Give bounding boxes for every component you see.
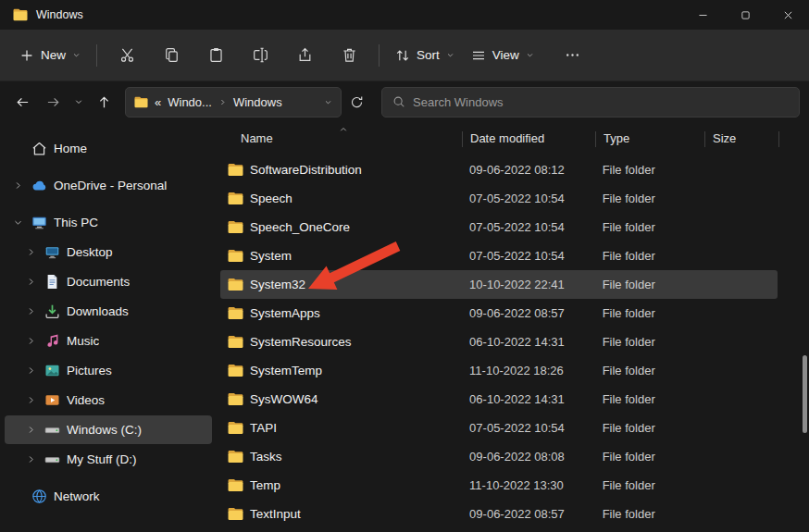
chevron-down-icon[interactable] xyxy=(13,217,23,228)
file-row-softwaredistribution[interactable]: SoftwareDistribution09-06-2022 08:12File… xyxy=(220,155,778,184)
file-row-systemapps[interactable]: SystemApps09-06-2022 08:57File folder xyxy=(220,299,778,328)
folder-icon xyxy=(228,478,243,492)
folder-icon xyxy=(228,249,243,263)
chevron-right-icon[interactable] xyxy=(26,336,36,346)
column-header-name[interactable]: Name xyxy=(220,129,463,147)
file-date-modified: 09-06-2022 08:08 xyxy=(462,450,595,464)
sidebar-item-my-stuff-d[interactable]: My Stuff (D:) xyxy=(5,445,212,474)
share-button[interactable] xyxy=(287,39,322,72)
new-button[interactable]: New xyxy=(11,41,89,70)
file-date-modified: 06-10-2022 14:31 xyxy=(462,392,595,406)
search-icon xyxy=(392,95,405,108)
file-name: Tasks xyxy=(250,450,282,464)
folder-icon xyxy=(228,507,243,521)
address-dropdown-icon[interactable] xyxy=(324,98,332,106)
file-row-systemresources[interactable]: SystemResources06-10-2022 14:31File fold… xyxy=(220,328,778,356)
recent-locations-button[interactable] xyxy=(68,87,89,117)
paste-icon xyxy=(208,47,224,63)
rename-button[interactable] xyxy=(243,39,278,72)
sidebar-item-videos[interactable]: Videos xyxy=(5,386,212,414)
chevron-right-icon[interactable] xyxy=(26,247,36,257)
address-bar[interactable]: « Windo... Windows xyxy=(125,87,342,118)
chevron-right-icon xyxy=(218,98,227,106)
chevron-right-icon[interactable] xyxy=(26,306,36,316)
file-row-systemtemp[interactable]: SystemTemp11-10-2022 18:26File folder xyxy=(220,356,778,385)
search-box[interactable] xyxy=(381,87,800,118)
new-button-label: New xyxy=(41,48,66,62)
maximize-button[interactable] xyxy=(724,0,766,30)
breadcrumb-overflow[interactable]: « xyxy=(155,95,161,109)
drive-icon xyxy=(44,422,60,438)
file-row-syswow64[interactable]: SysWOW6406-10-2022 14:31File folder xyxy=(220,385,778,414)
column-header-label: Date modified xyxy=(470,131,544,145)
refresh-button[interactable] xyxy=(342,87,372,117)
sidebar-item-desktop[interactable]: Desktop xyxy=(5,238,212,266)
sort-button[interactable]: Sort xyxy=(387,41,463,70)
file-row-tasks[interactable]: Tasks09-06-2022 08:08File folder xyxy=(220,442,778,471)
more-options-button[interactable] xyxy=(555,39,591,72)
sidebar-item-label: Music xyxy=(67,334,99,348)
file-type: File folder xyxy=(595,192,704,205)
copy-button[interactable] xyxy=(154,39,189,72)
close-button[interactable] xyxy=(766,0,809,30)
sidebar-item-home[interactable]: Home xyxy=(5,134,212,163)
file-row-textinput[interactable]: TextInput09-06-2022 08:57File folder xyxy=(220,500,778,528)
file-type: File folder xyxy=(595,392,704,406)
drive-icon xyxy=(44,452,60,467)
sidebar-item-music[interactable]: Music xyxy=(5,327,212,355)
file-row-system[interactable]: System07-05-2022 10:54File folder xyxy=(220,241,778,270)
videos-icon xyxy=(44,392,60,408)
column-header-date-modified[interactable]: Date modified xyxy=(463,129,596,147)
search-input[interactable] xyxy=(413,95,789,109)
cut-button[interactable] xyxy=(109,39,144,72)
back-button[interactable] xyxy=(7,87,38,117)
sidebar-item-documents[interactable]: Documents xyxy=(5,267,212,296)
sidebar-item-windows-c[interactable]: Windows (C:) xyxy=(5,415,212,444)
column-header-size[interactable]: Size xyxy=(705,129,779,147)
chevron-spacer xyxy=(13,143,23,154)
title-bar: Windows xyxy=(0,0,809,30)
file-row-speech[interactable]: Speech07-05-2022 10:54File folder xyxy=(220,184,778,213)
chevron-right-icon[interactable] xyxy=(26,454,36,464)
chevron-right-icon[interactable] xyxy=(26,277,36,287)
view-button[interactable]: View xyxy=(463,41,542,70)
sidebar-item-network[interactable]: Network xyxy=(5,482,212,511)
forward-button[interactable] xyxy=(38,87,68,117)
folder-icon xyxy=(228,364,243,377)
file-date-modified: 09-06-2022 08:57 xyxy=(462,306,595,320)
file-date-modified: 11-10-2022 18:26 xyxy=(462,364,595,377)
rename-icon xyxy=(253,47,268,63)
folder-icon xyxy=(228,392,243,406)
vertical-scrollbar[interactable] xyxy=(803,355,807,433)
breadcrumb-current[interactable]: Windows xyxy=(233,95,282,109)
minimize-button[interactable] xyxy=(681,0,724,30)
file-row-speech-onecore[interactable]: Speech_OneCore07-05-2022 10:54File folde… xyxy=(220,213,778,241)
file-date-modified: 10-10-2022 22:41 xyxy=(462,278,595,291)
file-row-tapi[interactable]: TAPI07-05-2022 10:54File folder xyxy=(220,414,778,442)
minimize-icon xyxy=(697,9,709,21)
chevron-right-icon[interactable] xyxy=(26,395,36,405)
column-header-type[interactable]: Type xyxy=(596,129,705,147)
sidebar-item-label: Documents xyxy=(67,275,130,289)
chevron-right-icon[interactable] xyxy=(26,425,36,435)
chevron-right-icon[interactable] xyxy=(26,365,36,376)
sidebar-item-label: This PC xyxy=(54,216,98,229)
sidebar-item-onedrive-personal[interactable]: OneDrive - Personal xyxy=(5,171,212,200)
sidebar-list: HomeOneDrive - PersonalThis PCDesktopDoc… xyxy=(0,134,217,511)
delete-button[interactable] xyxy=(331,39,367,72)
column-header-label: Size xyxy=(713,131,736,145)
chevron-right-icon[interactable] xyxy=(13,180,23,191)
sidebar-item-this-pc[interactable]: This PC xyxy=(5,208,212,237)
refresh-icon xyxy=(350,95,364,109)
file-type: File folder xyxy=(595,220,704,234)
chevron-down-icon xyxy=(74,97,83,106)
file-row-temp[interactable]: Temp11-10-2022 13:30File folder xyxy=(220,471,778,500)
this-pc-icon xyxy=(31,215,47,230)
up-button[interactable] xyxy=(89,87,119,117)
sidebar-item-pictures[interactable]: Pictures xyxy=(5,356,212,385)
file-date-modified: 09-06-2022 08:12 xyxy=(462,163,595,177)
sidebar-item-downloads[interactable]: Downloads xyxy=(5,297,212,326)
file-row-system32[interactable]: System3210-10-2022 22:41File folder xyxy=(220,270,778,299)
paste-button[interactable] xyxy=(198,39,233,72)
breadcrumb-parent[interactable]: Windo... xyxy=(168,95,212,109)
